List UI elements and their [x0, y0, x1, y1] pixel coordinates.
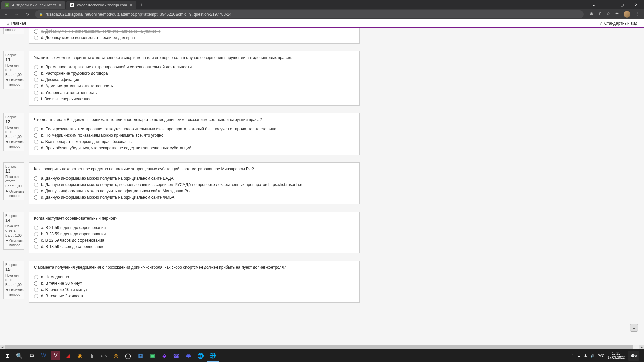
hscroll-left-button[interactable]: ◀ — [0, 345, 5, 348]
radio-input[interactable] — [34, 232, 38, 236]
radio-input[interactable] — [34, 238, 38, 243]
answer-option[interactable]: a. Временное отстранение от тренировочно… — [34, 65, 355, 69]
radio-input[interactable] — [34, 65, 38, 69]
answer-option[interactable]: d. Данную информацию можно получить на о… — [34, 195, 355, 200]
answer-option[interactable]: b. По медицинским показаниям можно прини… — [34, 133, 355, 138]
answer-option[interactable]: d. Добавку можно использовать, если ее д… — [34, 35, 355, 40]
new-tab-button[interactable]: + — [136, 2, 147, 7]
answer-option[interactable]: b. В течение 30 минут — [34, 281, 355, 286]
answer-label: b. Расторжение трудового договора — [41, 71, 108, 76]
flag-question-button[interactable]: ⚑Отметить вопрос — [5, 239, 22, 247]
standard-view-link[interactable]: ⤢ Стандартный вид — [599, 21, 637, 26]
hscroll-right-button[interactable]: ▶ — [639, 345, 644, 348]
question-content: Что делать, если Вы должны принимать то … — [29, 113, 360, 155]
radio-input[interactable] — [34, 36, 38, 40]
radio-input[interactable] — [34, 90, 38, 95]
answers-list: a. Если результаты тестирования окажутся… — [34, 127, 355, 150]
answer-option[interactable]: c. В 22:59 часов до соревнования — [34, 238, 355, 243]
question-text: Когда наступает соревновательный период? — [34, 216, 355, 221]
radio-input[interactable] — [34, 183, 38, 187]
radio-input[interactable] — [34, 176, 38, 181]
flag-question-button[interactable]: ⚑Отметить вопрос — [5, 288, 22, 297]
share-icon[interactable]: ⇧ — [598, 11, 602, 18]
radio-input[interactable] — [34, 189, 38, 193]
bookmark-icon[interactable]: ☆ — [606, 11, 610, 18]
tab-1-close-icon[interactable]: ✕ — [59, 3, 62, 7]
answer-option[interactable]: a. Если результаты тестирования окажутся… — [34, 127, 355, 131]
flag-icon: ⚑ — [5, 239, 8, 243]
window-minimize-icon[interactable]: ─ — [601, 0, 614, 9]
browser-tab-bar: A Антидопинг - онлайн-тест ✕ 3 evgeniire… — [0, 0, 644, 9]
tab-2-close-icon[interactable]: ✕ — [130, 3, 133, 7]
radio-input[interactable] — [34, 127, 38, 131]
tab-1-title: Антидопинг - онлайн-тест — [12, 3, 56, 7]
answer-option[interactable]: c. В течение 10-ти минут — [34, 287, 355, 292]
window-maximize-icon[interactable]: ▢ — [615, 0, 629, 9]
forward-button[interactable]: → — [13, 11, 20, 18]
answer-option[interactable]: d. В течение 2-х часов — [34, 294, 355, 298]
radio-input[interactable] — [34, 84, 38, 88]
question-10-answers: c. Добавку можно использовать, если это … — [34, 29, 355, 40]
tab-1-favicon: A — [5, 3, 9, 7]
radio-input[interactable] — [34, 146, 38, 150]
radio-input[interactable] — [34, 294, 38, 298]
answer-option[interactable]: f. Все вышеперечисленное — [34, 97, 355, 101]
answer-label: c. В 22:59 часов до соревнования — [41, 238, 104, 243]
radio-input[interactable] — [34, 281, 38, 286]
radio-input[interactable] — [34, 133, 38, 138]
radio-input[interactable] — [34, 288, 38, 292]
hscroll-track[interactable] — [5, 345, 639, 348]
answer-option[interactable]: e. Уголовная ответственность — [34, 90, 355, 95]
radio-input[interactable] — [34, 245, 38, 249]
tab-2-title: evgeniirechenko - znanija.com — [77, 3, 127, 7]
radio-input[interactable] — [34, 29, 38, 34]
flag-icon: ⚑ — [5, 140, 8, 144]
answer-option[interactable]: c. Все препараты, которые дает врач, без… — [34, 139, 355, 144]
radio-input[interactable] — [34, 78, 38, 82]
answer-option[interactable]: d. Врач обязан убедиться, что лекарство … — [34, 146, 355, 150]
radio-input[interactable] — [34, 97, 38, 101]
flag-question-button[interactable]: ⚑Отметить вопрос — [5, 140, 22, 149]
profile-avatar[interactable] — [624, 11, 630, 18]
question-10-content-partial: c. Добавку можно использовать, если это … — [29, 28, 360, 44]
answer-option[interactable]: b. Расторжение трудового договора — [34, 71, 355, 76]
back-button[interactable]: ← — [3, 11, 9, 18]
tab-2[interactable]: 3 evgeniirechenko - znanija.com ✕ — [66, 1, 136, 9]
question-status: Пока нет ответа — [5, 224, 22, 233]
menu-icon[interactable]: ⋮ — [635, 11, 639, 18]
answer-option[interactable]: d. В 18:59 часов до соревнования — [34, 244, 355, 249]
answer-label: d. Добавку можно использовать, если ее д… — [41, 35, 135, 40]
answer-option[interactable]: b. В 23:59 в день до соревнования — [34, 232, 355, 236]
zoom-icon[interactable]: ⊕ — [590, 11, 593, 18]
window-dropdown-icon[interactable]: ⌄ — [587, 0, 600, 9]
question-text: С момента получения уведомления о прохож… — [34, 265, 355, 270]
flag-question-button[interactable]: ⚑Отметить вопрос — [5, 189, 22, 198]
question-text: Укажите возможные варианты ответственнос… — [34, 55, 355, 60]
radio-input[interactable] — [34, 226, 38, 230]
window-close-icon[interactable]: ✕ — [629, 0, 643, 9]
answer-option[interactable]: c. Дисквалификация — [34, 77, 355, 82]
question-10-flag-partial[interactable]: вопрос — [5, 28, 22, 32]
answer-option[interactable]: a. Данную информацию можно получить на о… — [34, 176, 355, 181]
radio-input[interactable] — [34, 195, 38, 200]
answer-option[interactable]: c. Данную информацию можно получить на о… — [34, 189, 355, 193]
radio-input[interactable] — [34, 71, 38, 76]
answer-option[interactable]: c. Добавку можно использовать, если это … — [34, 29, 355, 34]
radio-input[interactable] — [34, 140, 38, 144]
tab-1[interactable]: A Антидопинг - онлайн-тест ✕ — [1, 1, 65, 9]
answer-option[interactable]: a. Немедленно — [34, 275, 355, 279]
page-header-nav: ⌂ Главная ⤢ Стандартный вид — [0, 19, 644, 28]
extensions-icon[interactable]: ✦ — [615, 11, 619, 18]
answer-option[interactable]: d. Административная ответственность — [34, 84, 355, 88]
scroll-to-top-button[interactable]: ▲ — [630, 324, 638, 332]
reload-button[interactable]: ⟳ — [24, 11, 31, 18]
home-link[interactable]: ⌂ Главная — [7, 21, 26, 26]
flag-question-button[interactable]: ⚑Отметить вопрос — [5, 78, 22, 87]
radio-input[interactable] — [34, 275, 38, 279]
horizontal-scrollbar: ◀ ▶ — [0, 345, 644, 348]
answer-option[interactable]: b. Данную информацию можно получить, вос… — [34, 182, 355, 187]
url-input[interactable]: 🔒 rusada2021.triagonal.net/online/mod/qu… — [35, 10, 584, 18]
question-content: Укажите возможные варианты ответственнос… — [29, 51, 360, 106]
answer-option[interactable]: a. В 21:59 в день до соревнования — [34, 225, 355, 230]
hscroll-thumb[interactable] — [5, 345, 633, 348]
